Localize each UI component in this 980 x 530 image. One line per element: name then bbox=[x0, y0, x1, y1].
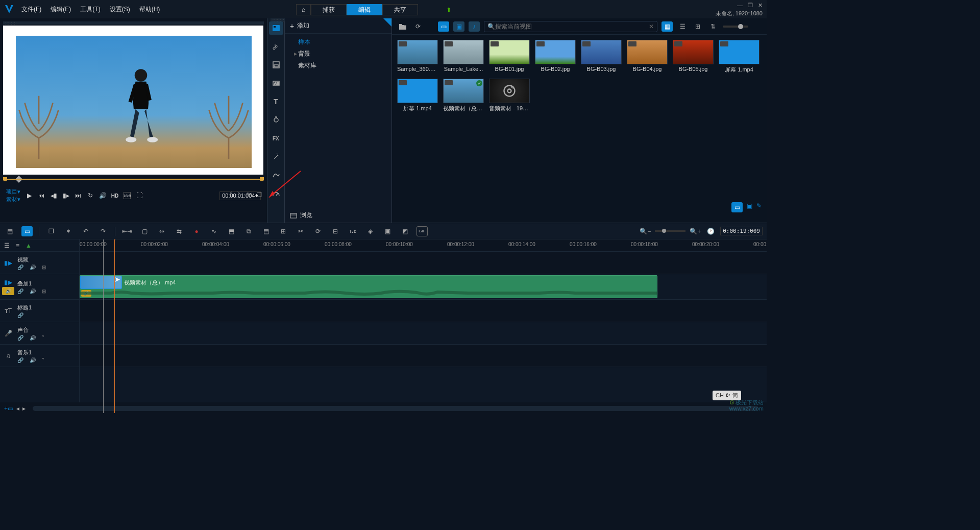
volume-icon[interactable]: 🔊 bbox=[99, 192, 106, 199]
media-thumbnail[interactable]: BG-B03.jpg bbox=[581, 40, 622, 74]
menu-tools[interactable]: 工具(T) bbox=[80, 5, 100, 14]
vtab-transitions-icon[interactable]: AB bbox=[269, 77, 283, 90]
window-restore[interactable]: ❐ bbox=[748, 2, 753, 9]
track-options-icon[interactable]: ☰ bbox=[4, 242, 10, 249]
link-icon[interactable]: 🔗 bbox=[17, 264, 23, 270]
storyboard-view-icon[interactable]: ▤ bbox=[4, 226, 15, 236]
vtab-path-icon[interactable] bbox=[269, 168, 283, 182]
link-icon[interactable]: 🔗 bbox=[17, 312, 23, 318]
zoom-in-icon[interactable]: 🔍+ bbox=[690, 226, 701, 236]
search-input[interactable]: 🔍 ✕ bbox=[484, 21, 657, 32]
goto-start-icon[interactable]: ⏮ bbox=[38, 192, 45, 199]
link-icon[interactable]: 🔗 bbox=[17, 335, 23, 341]
media-thumbnail[interactable]: BG-B02.jpg bbox=[535, 40, 576, 74]
view-list-icon[interactable]: ☰ bbox=[677, 21, 688, 32]
fx-icon[interactable]: ⊞ bbox=[42, 264, 46, 270]
tool-stabilize-icon[interactable]: ▣ bbox=[382, 226, 393, 236]
trim-in-handle[interactable] bbox=[3, 177, 7, 181]
tool-3dtext-icon[interactable]: T₃ᴅ bbox=[347, 226, 358, 236]
filter-all-icon[interactable]: ▭ bbox=[438, 21, 449, 32]
vtab-audio-icon[interactable] bbox=[269, 40, 283, 53]
mute-icon[interactable]: 🔊 bbox=[30, 288, 36, 294]
tool-trim-icon[interactable]: ⇤⇥ bbox=[121, 226, 133, 236]
refresh-icon[interactable]: ⟳ bbox=[412, 21, 424, 32]
media-thumbnail[interactable]: BG-B04.jpg bbox=[627, 40, 668, 74]
track-head-overlay[interactable]: ▮▶ 🔊 叠加1 🔗🔊⊞ bbox=[0, 274, 79, 300]
track-lane-overlay[interactable]: 视频素材（总）.mp4 🔊 bbox=[80, 274, 767, 300]
crop-icon[interactable]: ◫ bbox=[256, 190, 262, 199]
media-thumbnail[interactable]: 屏幕 1.mp4 bbox=[719, 40, 760, 74]
tool-fx-icon[interactable]: ✶ bbox=[63, 226, 74, 236]
tab-home[interactable]: ⌂ bbox=[296, 4, 311, 15]
tab-capture[interactable]: 捕获 bbox=[311, 4, 347, 15]
panel-edit-icon[interactable]: ✎ bbox=[756, 202, 762, 212]
vtab-fx-icon[interactable]: FX bbox=[269, 132, 283, 145]
scroll-left-icon[interactable]: ◂ bbox=[16, 405, 19, 412]
tool-crop-icon[interactable]: ▢ bbox=[139, 226, 150, 236]
vtab-wand-icon[interactable] bbox=[269, 150, 283, 163]
tool-slip-icon[interactable]: ⇆ bbox=[174, 226, 185, 236]
expand-icon[interactable]: ˅ bbox=[42, 335, 44, 341]
fullscreen-icon[interactable]: ⛶ bbox=[136, 192, 143, 199]
mark-out-icon[interactable]: 〕 bbox=[237, 190, 243, 199]
vtab-speed-icon[interactable] bbox=[269, 187, 283, 200]
undo-icon[interactable]: ↶ bbox=[80, 226, 91, 236]
tab-share[interactable]: 共享 bbox=[382, 4, 418, 15]
mute-icon[interactable]: 🔊 bbox=[30, 264, 36, 270]
track-lane-title[interactable] bbox=[80, 300, 767, 322]
play-button[interactable]: ▶ bbox=[26, 192, 33, 199]
menu-settings[interactable]: 设置(S) bbox=[110, 5, 130, 14]
tool-copy-icon[interactable]: ❐ bbox=[45, 226, 57, 236]
mark-in-icon[interactable]: 〔 bbox=[227, 190, 233, 199]
media-thumbnail[interactable]: 屏幕 1.mp4 bbox=[397, 79, 438, 112]
tree-item-library[interactable]: 素材库 bbox=[285, 60, 391, 71]
drag-handle[interactable]: :::::::: bbox=[3, 21, 264, 25]
trim-out-handle[interactable] bbox=[260, 177, 264, 181]
filter-image-icon[interactable]: ▣ bbox=[453, 21, 464, 32]
add-media-button[interactable]: +添加 bbox=[285, 18, 391, 34]
tool-marker-icon[interactable]: ⬒ bbox=[226, 226, 237, 236]
vtab-overlay-icon[interactable] bbox=[269, 113, 283, 127]
track-head-voice[interactable]: 🎤 声音 🔗🔊˅ bbox=[0, 322, 79, 345]
export-icon[interactable]: ⬆ bbox=[446, 6, 452, 14]
next-frame-icon[interactable]: ▮▸ bbox=[62, 192, 69, 199]
track-expand-icon[interactable]: ▲ bbox=[26, 242, 32, 249]
scroll-right-icon[interactable]: ▸ bbox=[22, 405, 26, 412]
add-track-icon[interactable]: +▭ bbox=[4, 405, 13, 412]
track-head-title[interactable]: ᴛT 标题1 🔗 bbox=[0, 300, 79, 322]
track-lane-video[interactable]: ➤ bbox=[80, 252, 767, 274]
menu-edit[interactable]: 编辑(E) bbox=[51, 5, 71, 14]
hd-toggle[interactable]: HD bbox=[111, 192, 118, 199]
tool-link-icon[interactable]: ⧉ bbox=[243, 226, 254, 236]
mute-icon[interactable]: 🔊 bbox=[30, 335, 36, 341]
playhead[interactable] bbox=[114, 239, 115, 413]
track-lane-voice[interactable] bbox=[80, 322, 767, 345]
track-list-icon[interactable]: ≡ bbox=[16, 242, 19, 249]
window-close[interactable]: ✕ bbox=[758, 2, 763, 9]
redo-icon[interactable]: ↷ bbox=[97, 226, 109, 236]
aspect-ratio[interactable]: 16:9 bbox=[124, 192, 131, 199]
vtab-templates-icon[interactable] bbox=[269, 58, 283, 71]
vtab-title-icon[interactable]: T bbox=[269, 95, 283, 108]
tree-item-background[interactable]: ▸背景 bbox=[285, 48, 391, 60]
media-thumbnail[interactable]: 音频素材 - 196... bbox=[489, 79, 530, 112]
menu-help[interactable]: 帮助(H) bbox=[139, 5, 160, 14]
tool-cut-icon[interactable]: ✂ bbox=[295, 226, 306, 236]
media-thumbnail[interactable]: ✓视频素材（总）... bbox=[443, 79, 484, 112]
zoom-out-icon[interactable]: 🔍− bbox=[640, 226, 651, 236]
clear-search-icon[interactable]: ✕ bbox=[649, 23, 654, 30]
import-folder-icon[interactable]: + bbox=[397, 21, 408, 32]
sort-icon[interactable]: ⇅ bbox=[707, 21, 719, 32]
panel-toggle1-icon[interactable]: ▣ bbox=[747, 202, 752, 212]
vtab-media[interactable] bbox=[269, 21, 283, 35]
zoom-slider[interactable] bbox=[655, 230, 685, 232]
thumbnail-size-slider[interactable] bbox=[723, 26, 748, 28]
track-lane-music[interactable] bbox=[80, 345, 767, 367]
menu-file[interactable]: 文件(F) bbox=[21, 5, 41, 14]
fit-timeline-icon[interactable]: 🕐 bbox=[705, 226, 716, 236]
tool-speed-icon[interactable]: ⟳ bbox=[312, 226, 324, 236]
fx-icon[interactable]: ⊞ bbox=[42, 288, 46, 294]
clip-overlay[interactable]: 视频素材（总）.mp4 🔊 bbox=[80, 275, 657, 298]
track-head-music[interactable]: ♫ 音乐1 🔗🔊˅ bbox=[0, 345, 79, 367]
link-icon[interactable]: 🔗 bbox=[17, 288, 23, 294]
